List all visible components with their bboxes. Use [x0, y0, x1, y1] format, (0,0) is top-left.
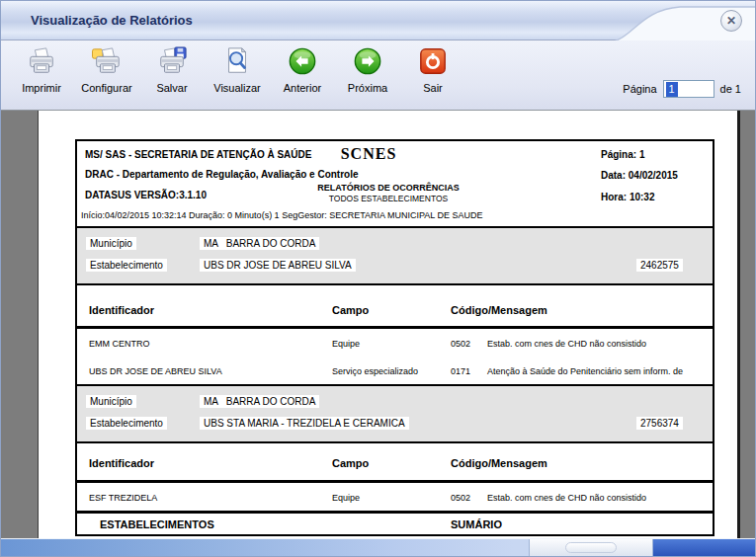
footer-sumario: SUMÁRIO: [451, 518, 502, 530]
municipio-label: Município: [86, 237, 136, 250]
row-identificador: UBS DR JOSE DE ABREU SILVA: [89, 366, 222, 376]
datasus-version: DATASUS VERSÃO:3.1.10: [85, 190, 207, 200]
table-row: UBS DR JOSE DE ABREU SILVA Serviço espec…: [77, 357, 713, 384]
table-header: Identificador Campo Código/Mensagem: [77, 443, 713, 483]
configure-button[interactable]: Configurar: [74, 46, 139, 94]
table-row: ESF TREZIDELA Equipe 0502 Estab. com cne…: [77, 483, 713, 511]
report-subtitle: TODOS ESTABELECIMENTOS: [290, 194, 487, 203]
estabelecimento-label: Estabelecimento: [86, 259, 167, 272]
scrollbar-track-end: [652, 539, 755, 556]
printer-configure-icon: [92, 46, 122, 80]
row-mensagem: Estab. com cnes de CHD não consistido: [487, 493, 646, 503]
page-number-input[interactable]: 1: [663, 80, 714, 98]
page-label: Página: [623, 83, 656, 95]
window-title: Visualização de Relatórios: [31, 13, 193, 28]
row-campo: Serviço especializado: [332, 366, 418, 376]
col-codigo-mensagem: Código/Mensagem: [451, 457, 547, 469]
power-exit-icon: [418, 46, 448, 80]
scrollbar-grip: [565, 542, 617, 553]
close-icon: ✕: [726, 14, 736, 28]
configure-label: Configurar: [81, 82, 131, 94]
estabelecimento-label: Estabelecimento: [86, 417, 167, 430]
save-label: Salvar: [156, 82, 187, 94]
scrollbar-thumb[interactable]: [529, 539, 653, 556]
horizontal-scrollbar[interactable]: [1, 538, 755, 556]
row-codigo: 0502: [451, 339, 470, 349]
estabelecimento-value: UBS STA MARIA - TREZIDELA E CERAMICA: [200, 417, 409, 430]
document-magnifier-icon: [222, 46, 252, 80]
next-page-button[interactable]: Próxima: [335, 46, 400, 94]
page-control: Página 1 de 1: [623, 80, 741, 98]
toolbar: Imprimir Configurar: [1, 40, 755, 111]
report-header: MS/ SAS - SECRETARIA DE ATENÇÃO À SAÚDE …: [77, 141, 713, 226]
table-row: EMM CENTRO Equipe 0502 Estab. com cnes d…: [77, 329, 713, 357]
row-campo: Equipe: [332, 493, 360, 503]
header-manager: Gestor: SECRETARIA MUNICIPAL DE SAUDE: [297, 210, 482, 220]
arrow-right-circle-icon: [353, 46, 382, 80]
municipio-value: MA BARRA DO CORDA: [200, 237, 319, 250]
report-body: MS/ SAS - SECRETARIA DE ATENÇÃO À SAÚDE …: [75, 139, 714, 536]
scnes-logo: SCNES: [294, 145, 443, 163]
estabelecimento-value: UBS DR JOSE DE ABREU SILVA: [200, 259, 356, 272]
title-bar: Visualização de Relatórios ✕: [1, 1, 755, 40]
section-band: Município MA BARRA DO CORDA Estabelecime…: [77, 384, 713, 443]
header-page-info: Página: 1: [601, 149, 644, 160]
report-title: RELATÓRIOS DE OCORRÊNCIAS: [290, 183, 487, 193]
close-button[interactable]: ✕: [720, 10, 742, 32]
report-preview-area: MS/ SAS - SECRETARIA DE ATENÇÃO À SAÚDE …: [1, 111, 755, 539]
section-band: Município MA BARRA DO CORDA Estabelecime…: [77, 226, 713, 285]
row-mensagem: Atenção à Saúde do Penitenciário sem inf…: [487, 366, 683, 376]
exit-label: Sair: [423, 82, 443, 94]
exit-button[interactable]: Sair: [400, 46, 465, 94]
col-campo: Campo: [332, 457, 369, 469]
row-identificador: EMM CENTRO: [89, 339, 150, 349]
printer-save-icon: [157, 46, 187, 80]
header-time-info: Hora: 10:32: [601, 192, 654, 202]
estabelecimento-codigo: 2462575: [636, 259, 683, 272]
save-button[interactable]: Salvar: [139, 46, 205, 94]
previous-page-button[interactable]: Anterior: [270, 46, 335, 94]
col-identificador: Identificador: [89, 304, 154, 316]
preview-button[interactable]: Visualizar: [205, 46, 270, 94]
table-header: Identificador Campo Código/Mensagem: [77, 285, 713, 329]
footer-estabelecimentos: ESTABELECIMENTOS: [100, 518, 214, 530]
row-codigo: 0502: [451, 493, 470, 503]
col-codigo-mensagem: Código/Mensagem: [451, 304, 547, 316]
municipio-value: MA BARRA DO CORDA: [200, 395, 319, 408]
preview-label: Visualizar: [213, 82, 261, 94]
print-label: Imprimir: [22, 82, 61, 94]
org-line-1: MS/ SAS - SECRETARIA DE ATENÇÃO À SAÚDE: [85, 149, 311, 160]
estabelecimento-codigo: 2756374: [636, 417, 683, 430]
row-codigo: 0171: [451, 366, 470, 376]
header-date-info: Data: 04/02/2015: [601, 170, 678, 181]
print-button[interactable]: Imprimir: [9, 46, 74, 94]
org-line-2: DRAC - Departamento de Regulação, Avalia…: [85, 169, 359, 180]
row-identificador: ESF TREZIDELA: [89, 493, 157, 503]
report-page: MS/ SAS - SECRETARIA DE ATENÇÃO À SAÚDE …: [38, 111, 740, 539]
col-identificador: Identificador: [89, 457, 154, 469]
page-total-label: de 1: [720, 83, 741, 95]
row-campo: Equipe: [332, 339, 360, 349]
report-viewer-window: Visualização de Relatórios ✕ Imprimir: [0, 0, 756, 557]
row-mensagem: Estab. com cnes de CHD não consistido: [487, 339, 646, 349]
report-footer: ESTABELECIMENTOS SUMÁRIO: [77, 511, 713, 534]
page-number-value: 1: [666, 82, 678, 97]
next-page-label: Próxima: [348, 82, 387, 94]
printer-icon: [27, 46, 56, 80]
previous-page-label: Anterior: [284, 82, 322, 94]
arrow-left-circle-icon: [288, 46, 317, 80]
municipio-label: Município: [86, 395, 136, 408]
col-campo: Campo: [332, 304, 369, 316]
header-runtime: Início:04/02/2015 10:32:14 Duração: 0 Mi…: [81, 210, 483, 220]
